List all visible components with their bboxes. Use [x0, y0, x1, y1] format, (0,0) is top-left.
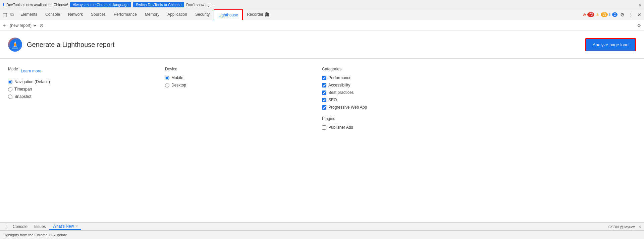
- mode-navigation[interactable]: Navigation (Default): [8, 79, 165, 84]
- learn-more-link[interactable]: Learn more: [21, 69, 41, 73]
- analyze-page-load-button[interactable]: Analyze page load: [585, 38, 636, 51]
- categories-heading: Categories: [322, 67, 479, 71]
- tab-recorder[interactable]: Recorder 🎥: [243, 9, 274, 20]
- category-seo[interactable]: SEO: [322, 98, 479, 102]
- category-accessibility-label: Accessibility: [328, 83, 350, 87]
- tab-performance[interactable]: Performance: [110, 9, 141, 20]
- category-performance-checkbox[interactable]: [322, 76, 326, 80]
- mode-navigation-label: Navigation (Default): [14, 79, 50, 84]
- mode-timespan-radio[interactable]: [8, 87, 12, 92]
- categories-column: Categories Performance Accessibility Bes…: [322, 67, 479, 132]
- tab-console[interactable]: Console: [41, 9, 64, 20]
- category-accessibility[interactable]: Accessibility: [322, 83, 479, 87]
- info-badge-icon: ℹ: [609, 12, 611, 17]
- lighthouse-title-group: Generate a Lighthouse report: [8, 38, 114, 52]
- spacer-column: [479, 67, 636, 132]
- tab-application[interactable]: Application: [163, 9, 191, 20]
- tab-sources[interactable]: Sources: [87, 9, 110, 20]
- clear-report-button[interactable]: ⊘: [40, 23, 44, 28]
- mode-snapshot-label: Snapshot: [14, 94, 32, 99]
- tab-elements[interactable]: Elements: [16, 9, 41, 20]
- category-best-practices-label: Best practices: [328, 90, 354, 95]
- svg-rect-3: [12, 48, 18, 49]
- mode-snapshot-radio[interactable]: [8, 95, 12, 99]
- device-column: Device Mobile Desktop: [165, 67, 322, 132]
- device-desktop[interactable]: Desktop: [165, 83, 322, 87]
- tab-right-group: ⊗ 73 ⚠ 39 ℹ 2 ⚙ ⋮ ✕: [583, 11, 643, 18]
- device-heading: Device: [165, 67, 322, 71]
- category-pwa-checkbox[interactable]: [322, 105, 326, 110]
- mode-timespan-label: Timespan: [14, 87, 32, 92]
- device-mobile[interactable]: Mobile: [165, 75, 322, 80]
- main-content: Generate a Lighthouse report Analyze pag…: [0, 31, 644, 222]
- category-pwa[interactable]: Progressive Web App: [322, 105, 479, 110]
- plugins-heading: Plugins: [322, 116, 479, 121]
- tab-security[interactable]: Security: [191, 9, 214, 20]
- notification-text: DevTools is now available in Chinese!: [6, 3, 68, 7]
- mode-timespan[interactable]: Timespan: [8, 87, 165, 92]
- lighthouse-logo: [8, 38, 22, 52]
- category-best-practices-checkbox[interactable]: [322, 91, 326, 95]
- dont-show-again[interactable]: Don't show again: [186, 3, 214, 7]
- tab-network[interactable]: Network: [64, 9, 87, 20]
- mode-column: Mode Learn more Navigation (Default) Tim…: [8, 67, 165, 132]
- device-toolbar-icon[interactable]: ⧉: [9, 11, 15, 18]
- tab-lighthouse[interactable]: Lighthouse: [214, 9, 243, 20]
- lighthouse-header: Generate a Lighthouse report Analyze pag…: [0, 31, 644, 59]
- report-bar-right: ⚙: [637, 23, 641, 28]
- add-report-button[interactable]: +: [3, 22, 6, 28]
- info-badge: 2: [612, 12, 618, 17]
- error-badge: 73: [587, 12, 594, 17]
- switch-devtools-button[interactable]: Switch DevTools to Chinese: [133, 2, 184, 7]
- settings-icon[interactable]: ⚙: [619, 11, 626, 18]
- category-seo-label: SEO: [328, 98, 337, 102]
- device-desktop-label: Desktop: [171, 83, 186, 87]
- plugin-publisher-ads[interactable]: Publisher Ads: [322, 125, 479, 130]
- device-mobile-label: Mobile: [171, 75, 183, 80]
- plugin-publisher-ads-label: Publisher Ads: [328, 125, 353, 130]
- device-desktop-radio[interactable]: [165, 83, 169, 87]
- mode-heading-row: Mode Learn more: [8, 67, 165, 75]
- report-bar: + (new report) ⊘ ⚙: [0, 20, 644, 31]
- error-icon: ⊗: [583, 12, 586, 17]
- warning-icon: ⚠: [596, 12, 599, 17]
- close-devtools-icon[interactable]: ✕: [636, 11, 643, 18]
- category-performance-label: Performance: [328, 75, 352, 80]
- category-accessibility-checkbox[interactable]: [322, 83, 326, 87]
- lighthouse-title: Generate a Lighthouse report: [27, 41, 114, 49]
- report-selector[interactable]: (new report): [8, 22, 38, 29]
- match-language-button[interactable]: Always match Chrome's language: [70, 2, 131, 7]
- tab-memory[interactable]: Memory: [141, 9, 163, 20]
- category-performance[interactable]: Performance: [322, 75, 479, 80]
- lighthouse-settings-icon[interactable]: ⚙: [637, 23, 641, 28]
- mode-snapshot[interactable]: Snapshot: [8, 94, 165, 99]
- tab-icons: ⬚ ⧉: [1, 11, 15, 18]
- category-seo-checkbox[interactable]: [322, 98, 326, 102]
- warning-badge: 39: [601, 12, 608, 17]
- notification-bar: ℹ DevTools is now available in Chinese! …: [0, 0, 644, 9]
- plugin-publisher-ads-checkbox[interactable]: [322, 125, 326, 130]
- info-icon: ℹ: [3, 2, 4, 7]
- inspect-icon[interactable]: ⬚: [1, 11, 8, 18]
- mode-navigation-radio[interactable]: [8, 80, 12, 84]
- notification-close-icon[interactable]: ×: [639, 2, 641, 7]
- more-tabs-icon[interactable]: ⋮: [627, 11, 635, 18]
- tab-bar: ⬚ ⧉ Elements Console Network Sources Per…: [0, 9, 644, 20]
- svg-point-2: [14, 43, 16, 46]
- options-area: Mode Learn more Navigation (Default) Tim…: [0, 59, 644, 140]
- mode-heading: Mode: [8, 67, 18, 71]
- category-pwa-label: Progressive Web App: [328, 105, 367, 110]
- category-best-practices[interactable]: Best practices: [322, 90, 479, 95]
- device-mobile-radio[interactable]: [165, 76, 169, 80]
